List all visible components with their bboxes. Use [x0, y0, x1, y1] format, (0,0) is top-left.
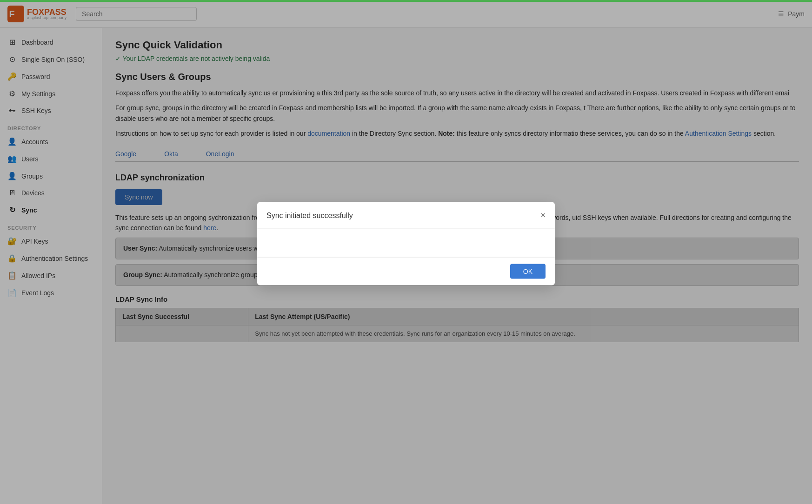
modal-ok-button[interactable]: OK [510, 264, 546, 279]
modal-close-button[interactable]: × [540, 211, 546, 220]
progress-bar [0, 0, 812, 2]
modal: Sync initiated successfully × OK [257, 202, 555, 285]
modal-body [257, 229, 555, 257]
modal-footer: OK [257, 257, 555, 285]
modal-title: Sync initiated successfully [266, 211, 353, 219]
modal-header: Sync initiated successfully × [257, 202, 555, 229]
